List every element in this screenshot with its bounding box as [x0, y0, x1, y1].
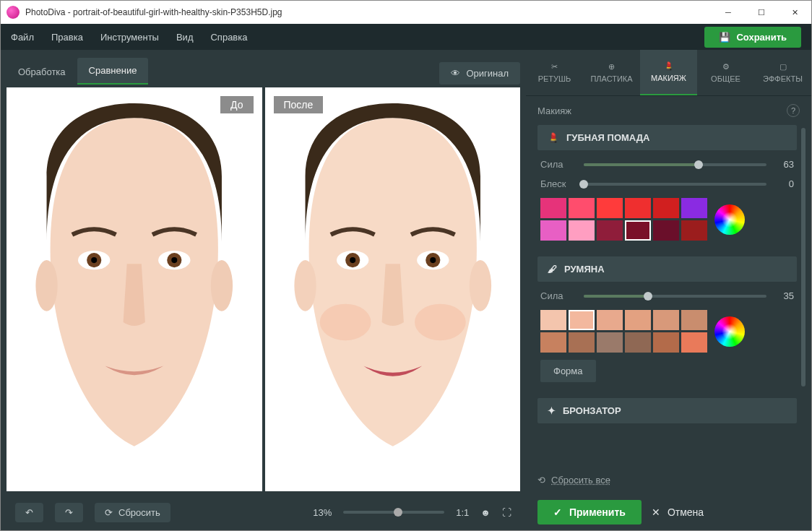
color-swatch[interactable]	[569, 332, 595, 353]
lipstick-strength-slider[interactable]	[584, 163, 766, 166]
original-button[interactable]: 👁 Оригинал	[439, 62, 520, 85]
before-image	[7, 87, 262, 491]
reset-button[interactable]: ⟳ Сбросить	[95, 503, 170, 522]
color-swatch[interactable]	[681, 220, 707, 241]
color-swatch[interactable]	[625, 332, 651, 353]
color-swatch[interactable]	[625, 198, 651, 218]
color-swatch[interactable]	[540, 332, 566, 353]
zoom-percent: 13%	[313, 507, 332, 518]
tab-effects[interactable]: ▢ЭФФЕКТЫ	[754, 50, 811, 95]
color-swatch[interactable]	[653, 332, 679, 353]
redo-button[interactable]: ↷	[55, 503, 83, 522]
app-logo-icon	[7, 6, 20, 19]
original-label: Оригинал	[466, 68, 509, 79]
menu-edit[interactable]: Правка	[51, 32, 83, 43]
zoom-slider[interactable]	[343, 511, 444, 514]
face-fit-icon[interactable]: ☻	[480, 507, 491, 518]
color-swatch[interactable]	[681, 332, 707, 353]
blush-swatches	[540, 310, 707, 353]
help-icon[interactable]: ?	[787, 104, 800, 117]
color-swatch[interactable]	[597, 198, 623, 218]
cancel-button[interactable]: ✕ Отмена	[652, 506, 704, 518]
before-badge: До	[220, 96, 253, 113]
color-swatch[interactable]	[540, 310, 566, 330]
menu-file[interactable]: Файл	[11, 32, 34, 43]
svg-point-19	[469, 260, 491, 311]
color-swatch[interactable]	[625, 220, 651, 241]
lipstick-gloss-value: 0	[775, 178, 794, 189]
lipstick-gloss-slider[interactable]	[584, 183, 766, 186]
blush-strength-label: Сила	[540, 290, 575, 301]
reset-all-link[interactable]: ⟲ Сбросить все	[526, 466, 811, 494]
lipstick-swatches	[540, 198, 707, 241]
general-icon: ⚙	[722, 62, 730, 72]
zoom-ratio[interactable]: 1:1	[456, 507, 469, 518]
title-bar: PhotoDiva - portrait-of-beautiful-girl-w…	[1, 1, 811, 24]
svg-point-17	[430, 257, 436, 263]
after-badge: После	[274, 96, 324, 113]
svg-point-18	[294, 260, 316, 311]
maximize-button[interactable]: ☐	[745, 1, 778, 24]
color-swatch[interactable]	[597, 332, 623, 353]
color-swatch[interactable]	[681, 310, 707, 330]
tab-process[interactable]: Обработка	[7, 59, 77, 85]
tab-makeup[interactable]: 💄МАКИЯЖ	[640, 50, 697, 95]
menu-tools[interactable]: Инструменты	[100, 32, 159, 43]
tab-compare[interactable]: Сравнение	[77, 58, 149, 85]
blush-header[interactable]: 🖌 РУМЯНА	[537, 256, 797, 282]
lipstick-strength-label: Сила	[540, 159, 575, 170]
color-swatch[interactable]	[597, 220, 623, 241]
reset-icon: ⟳	[105, 507, 113, 518]
lipstick-color-wheel[interactable]	[714, 204, 745, 235]
shape-button[interactable]: Форма	[540, 360, 596, 382]
blush-strength-slider[interactable]	[584, 295, 766, 298]
color-swatch[interactable]	[569, 198, 595, 218]
minimize-button[interactable]: ─	[712, 1, 745, 24]
sculpt-icon: ⊕	[608, 62, 615, 72]
effects-icon: ▢	[779, 62, 787, 72]
compare-view: До После	[1, 85, 526, 494]
tab-sculpt[interactable]: ⊕ПЛАСТИКА	[583, 50, 640, 95]
reset-label: Сбросить	[118, 507, 160, 518]
color-swatch[interactable]	[569, 310, 595, 330]
panel-header: Макияж ?	[526, 96, 811, 125]
color-swatch[interactable]	[653, 198, 679, 218]
before-pane: До	[7, 87, 262, 491]
panel-title: Макияж	[537, 105, 571, 116]
apply-button[interactable]: ✓ Применить	[537, 500, 642, 524]
menu-help[interactable]: Справка	[210, 32, 247, 43]
section-blush: 🖌 РУМЯНА Сила 35 Форма	[537, 256, 797, 388]
tool-categories: ✂РЕТУШЬ ⊕ПЛАСТИКА 💄МАКИЯЖ ⚙ОБЩЕЕ ▢ЭФФЕКТ…	[526, 50, 811, 96]
svg-point-8	[211, 260, 233, 311]
tab-retouch[interactable]: ✂РЕТУШЬ	[526, 50, 583, 95]
save-button[interactable]: 💾 Сохранить	[704, 27, 801, 48]
bronzer-header[interactable]: ✦ БРОНЗАТОР	[537, 398, 797, 423]
color-swatch[interactable]	[681, 198, 707, 218]
color-swatch[interactable]	[625, 310, 651, 330]
blush-color-wheel[interactable]	[714, 316, 745, 347]
lipstick-header[interactable]: 💄 ГУБНАЯ ПОМАДА	[537, 125, 797, 150]
section-lipstick: 💄 ГУБНАЯ ПОМАДА Сила 63 Блеск 0	[537, 125, 797, 246]
eye-icon: 👁	[451, 68, 460, 79]
makeup-icon: 💄	[664, 61, 674, 71]
view-tabs: Обработка Сравнение 👁 Оригинал	[1, 50, 526, 85]
cancel-icon: ✕	[652, 506, 660, 518]
save-label: Сохранить	[736, 32, 787, 43]
svg-point-11	[415, 304, 466, 341]
fullscreen-icon[interactable]: ⛶	[502, 507, 511, 518]
color-swatch[interactable]	[597, 310, 623, 330]
close-button[interactable]: ✕	[778, 1, 811, 24]
tab-general[interactable]: ⚙ОБЩЕЕ	[697, 50, 754, 95]
color-swatch[interactable]	[540, 220, 566, 241]
menu-view[interactable]: Вид	[176, 32, 194, 43]
undo-button[interactable]: ↶	[15, 503, 43, 522]
panel-scrollbar[interactable]	[801, 128, 805, 387]
color-swatch[interactable]	[653, 220, 679, 241]
color-swatch[interactable]	[540, 198, 566, 218]
color-swatch[interactable]	[653, 310, 679, 330]
color-swatch[interactable]	[569, 220, 595, 241]
brush-icon: 🖌	[548, 264, 557, 275]
lipstick-strength-value: 63	[775, 159, 794, 170]
action-row: ✓ Применить ✕ Отмена	[526, 494, 811, 530]
menu-bar: Файл Правка Инструменты Вид Справка 💾 Со…	[1, 24, 811, 50]
